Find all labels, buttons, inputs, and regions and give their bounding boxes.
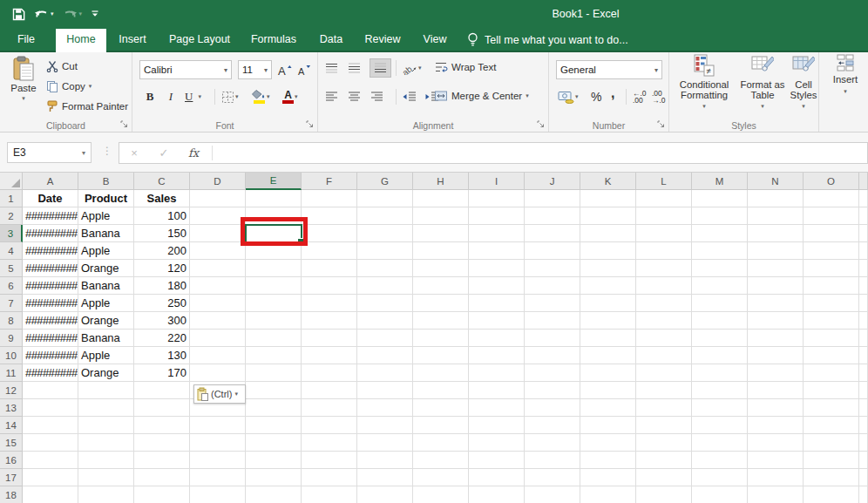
cell-D9[interactable] — [190, 330, 246, 347]
cell-D5[interactable] — [190, 260, 246, 277]
cell-H9[interactable] — [413, 330, 469, 347]
cell-J11[interactable] — [525, 364, 580, 382]
cell-J2[interactable] — [525, 207, 580, 225]
decrease-font-size-button[interactable]: A — [297, 60, 311, 79]
cell-G9[interactable] — [357, 330, 413, 347]
orientation-dropdown-icon[interactable]: ▾ — [418, 65, 422, 71]
format-as-table-button[interactable]: Format as Table ▾ — [738, 54, 787, 112]
cell-A11[interactable]: ######### — [23, 364, 78, 382]
cell-J1[interactable] — [525, 190, 580, 207]
cell-I9[interactable] — [469, 330, 525, 347]
column-header-J[interactable]: J — [525, 173, 580, 190]
cell-G16[interactable] — [357, 452, 413, 469]
cell-C7[interactable]: 250 — [134, 295, 190, 312]
cell-I12[interactable] — [469, 382, 525, 399]
cell-N13[interactable] — [748, 399, 804, 417]
row-header-1[interactable]: 1 — [0, 190, 23, 207]
tell-me-box[interactable]: Tell me what you want to do... — [467, 29, 628, 51]
column-header-M[interactable]: M — [692, 173, 748, 190]
cell-B2[interactable]: Apple — [78, 207, 134, 225]
cell-H17[interactable] — [413, 469, 469, 486]
cell-styles-button[interactable]: Cell Styles ▾ — [788, 54, 819, 112]
cell-G5[interactable] — [357, 260, 413, 277]
save-button[interactable] — [12, 8, 25, 21]
middle-align-button[interactable] — [347, 58, 362, 78]
font-family-combobox[interactable]: Calibri ▾ — [139, 60, 232, 79]
cell-O10[interactable] — [804, 347, 859, 364]
decrease-decimal-button[interactable]: .00→.0 — [652, 87, 666, 106]
row-header-7[interactable]: 7 — [0, 295, 23, 312]
cell-A6[interactable]: ######### — [23, 277, 78, 295]
cell-E7[interactable] — [246, 295, 302, 312]
cell-I17[interactable] — [469, 469, 525, 486]
cell-F12[interactable] — [302, 382, 357, 399]
cell-E15[interactable] — [246, 434, 302, 452]
cell-F14[interactable] — [302, 417, 357, 434]
cell-K15[interactable] — [580, 434, 636, 452]
cell-A13[interactable] — [23, 399, 78, 417]
cell-B16[interactable] — [78, 452, 134, 469]
row-header-8[interactable]: 8 — [0, 312, 23, 330]
cell-O11[interactable] — [804, 364, 859, 382]
wrap-text-button[interactable]: Wrap Text — [434, 58, 496, 76]
cell-L7[interactable] — [636, 295, 692, 312]
cell-L15[interactable] — [636, 434, 692, 452]
percent-style-button[interactable]: % — [591, 87, 601, 106]
cell-K17[interactable] — [580, 469, 636, 486]
cell-H1[interactable] — [413, 190, 469, 207]
cell-M18[interactable] — [692, 486, 748, 503]
cell-F7[interactable] — [302, 295, 357, 312]
cell-C2[interactable]: 100 — [134, 207, 190, 225]
cell-N8[interactable] — [748, 312, 804, 330]
copy-button[interactable]: Copy ▾ — [46, 78, 92, 95]
cell-E14[interactable] — [246, 417, 302, 434]
row-header-11[interactable]: 11 — [0, 364, 23, 382]
cell-I14[interactable] — [469, 417, 525, 434]
cell-M17[interactable] — [692, 469, 748, 486]
cell-B12[interactable] — [78, 382, 134, 399]
tab-data[interactable]: Data — [310, 29, 352, 51]
cell-H5[interactable] — [413, 260, 469, 277]
column-header-K[interactable]: K — [580, 173, 636, 190]
cell-G11[interactable] — [357, 364, 413, 382]
cell-H14[interactable] — [413, 417, 469, 434]
paste-dropdown-icon[interactable]: ▾ — [22, 95, 25, 102]
align-center-button[interactable] — [347, 87, 362, 106]
font-size-dropdown-icon[interactable]: ▾ — [261, 66, 268, 74]
cell-J9[interactable] — [525, 330, 580, 347]
cell-F17[interactable] — [302, 469, 357, 486]
cell-N11[interactable] — [748, 364, 804, 382]
row-header-18[interactable]: 18 — [0, 486, 23, 503]
undo-button[interactable]: ▾ — [34, 9, 54, 20]
accounting-format-button[interactable]: ▾ — [558, 87, 579, 106]
cell-D14[interactable] — [190, 417, 246, 434]
cell-H11[interactable] — [413, 364, 469, 382]
row-header-10[interactable]: 10 — [0, 347, 23, 364]
cell-D18[interactable] — [190, 486, 246, 503]
cell-N10[interactable] — [748, 347, 804, 364]
cell-G17[interactable] — [357, 469, 413, 486]
cell-O5[interactable] — [804, 260, 859, 277]
cell-B11[interactable]: Orange — [78, 364, 134, 382]
cell-E13[interactable] — [246, 399, 302, 417]
cell-B3[interactable]: Banana — [78, 225, 134, 242]
cell-C9[interactable]: 220 — [134, 330, 190, 347]
cell-J18[interactable] — [525, 486, 580, 503]
cell-G6[interactable] — [357, 277, 413, 295]
cell-H8[interactable] — [413, 312, 469, 330]
cell-N12[interactable] — [748, 382, 804, 399]
undo-dropdown-icon[interactable]: ▾ — [51, 10, 54, 17]
row-header-15[interactable]: 15 — [0, 434, 23, 452]
cell-D17[interactable] — [190, 469, 246, 486]
cell-M10[interactable] — [692, 347, 748, 364]
row-header-3[interactable]: 3 — [0, 225, 23, 242]
cell-K2[interactable] — [580, 207, 636, 225]
cell-A8[interactable]: ######### — [23, 312, 78, 330]
cell-A9[interactable]: ######### — [23, 330, 78, 347]
cell-A3[interactable]: ######### — [23, 225, 78, 242]
cell-G18[interactable] — [357, 486, 413, 503]
cell-H4[interactable] — [413, 242, 469, 260]
cell-K7[interactable] — [580, 295, 636, 312]
cell-J17[interactable] — [525, 469, 580, 486]
cell-N7[interactable] — [748, 295, 804, 312]
